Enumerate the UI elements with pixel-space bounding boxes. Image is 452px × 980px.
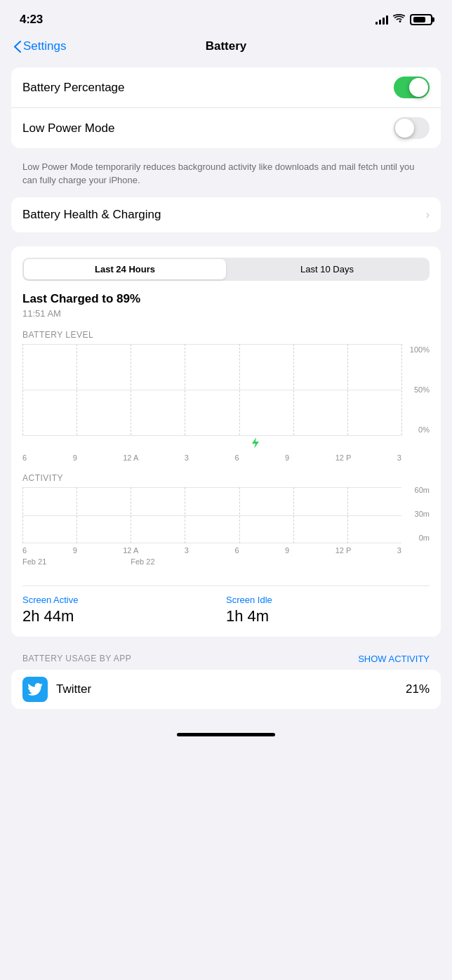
battery-x-labels: 6 9 12 A 3 6 9 12 P 3 xyxy=(22,453,430,462)
screen-idle-label: Screen Idle xyxy=(226,595,430,605)
show-activity-button[interactable]: SHOW ACTIVITY xyxy=(358,654,430,664)
segment-10d[interactable]: Last 10 Days xyxy=(226,259,428,279)
main-content: Battery Percentage Low Power Mode Low Po… xyxy=(0,60,452,722)
status-icons: 77 xyxy=(375,13,432,26)
screen-active-stat: Screen Active 2h 44m xyxy=(22,595,226,625)
segment-24h[interactable]: Last 24 Hours xyxy=(24,259,226,279)
battery-health-label: Battery Health & Charging xyxy=(22,208,161,222)
chart-card: Last 24 Hours Last 10 Days Last Charged … xyxy=(11,246,441,637)
activity-section: ACTIVITY 60m 30m 0m xyxy=(22,473,430,543)
battery-settings-card: Battery Percentage Low Power Mode xyxy=(11,67,441,148)
nav-bar: Settings Battery xyxy=(0,35,452,60)
battery-level-label: BATTERY LEVEL xyxy=(22,330,430,340)
home-indicator xyxy=(177,733,275,736)
battery-health-row[interactable]: Battery Health & Charging › xyxy=(11,197,441,232)
battery-percentage-toggle[interactable] xyxy=(394,77,430,98)
low-power-toggle[interactable] xyxy=(394,117,430,139)
usage-header: BATTERY USAGE BY APP SHOW ACTIVITY xyxy=(11,645,441,670)
battery-percentage-label: Battery Percentage xyxy=(22,81,125,95)
back-button[interactable]: Settings xyxy=(14,39,66,53)
battery-chart: 100% 50% 0% xyxy=(22,344,430,451)
battery-icon: 77 xyxy=(410,14,432,25)
screen-active-label: Screen Active xyxy=(22,595,226,605)
twitter-icon xyxy=(22,677,48,702)
status-bar: 4:23 77 xyxy=(0,0,452,35)
activity-y-labels: 60m 30m 0m xyxy=(404,486,430,542)
date-labels: Feb 21 Feb 22 xyxy=(22,557,430,566)
app-row-twitter: Twitter 21% xyxy=(11,670,441,709)
back-label: Settings xyxy=(23,39,66,53)
last-charged-time: 11:51 AM xyxy=(22,308,430,319)
screen-idle-value: 1h 4m xyxy=(226,607,430,625)
charging-icon xyxy=(251,437,260,449)
screen-active-value: 2h 44m xyxy=(22,607,226,625)
screen-stats: Screen Active 2h 44m Screen Idle 1h 4m xyxy=(22,585,430,625)
twitter-pct: 21% xyxy=(406,682,430,696)
page-title: Battery xyxy=(206,39,247,53)
activity-bars-wrap xyxy=(22,487,401,543)
usage-header-label: BATTERY USAGE BY APP xyxy=(22,654,131,663)
activity-label: ACTIVITY xyxy=(22,473,430,483)
twitter-app-name: Twitter xyxy=(56,682,406,696)
low-power-label: Low Power Mode xyxy=(22,121,114,135)
low-power-row: Low Power Mode xyxy=(11,107,441,148)
last-charged-pct: Last Charged to 89% xyxy=(22,292,430,306)
status-time: 4:23 xyxy=(20,13,43,27)
battery-y-labels: 100% 50% 0% xyxy=(404,344,430,435)
signal-icon xyxy=(375,15,388,25)
low-power-description: Low Power Mode temporarily reduces backg… xyxy=(11,157,441,197)
activity-x-labels: 6 9 12 A 3 6 9 12 P 3 xyxy=(22,546,430,555)
battery-health-card[interactable]: Battery Health & Charging › xyxy=(11,197,441,232)
segment-control[interactable]: Last 24 Hours Last 10 Days xyxy=(22,258,430,281)
battery-percentage-row: Battery Percentage xyxy=(11,67,441,107)
screen-idle-stat: Screen Idle 1h 4m xyxy=(226,595,430,625)
usage-section: BATTERY USAGE BY APP SHOW ACTIVITY Twitt… xyxy=(11,645,441,709)
wifi-icon xyxy=(393,13,405,26)
battery-health-chevron: › xyxy=(426,208,430,221)
